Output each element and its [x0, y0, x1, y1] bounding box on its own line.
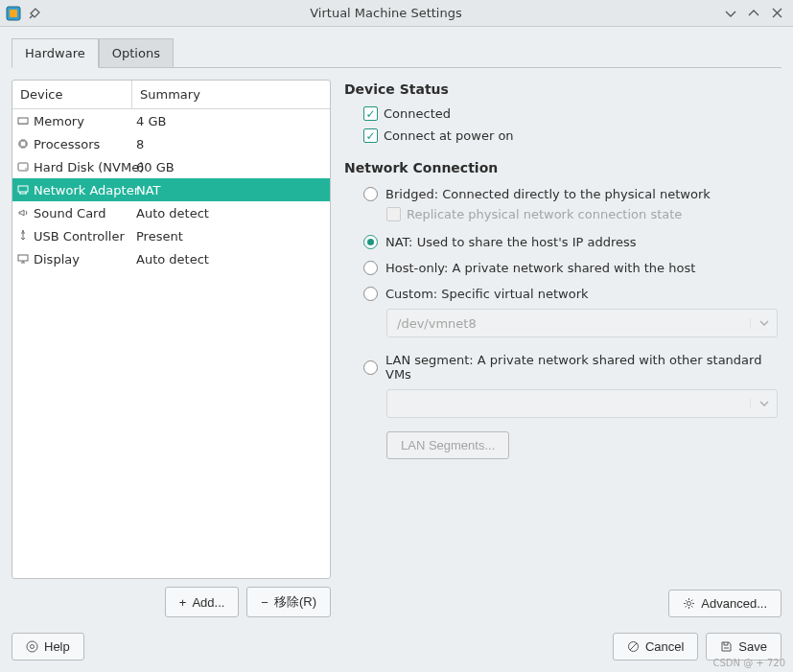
svg-rect-3 [20, 141, 26, 147]
radio-nat[interactable] [363, 235, 378, 249]
disk-icon [16, 160, 30, 174]
lan-segments-button: LAN Segments... [386, 431, 509, 459]
display-icon [16, 252, 30, 266]
radio-hostonly-label: Host-only: A private network shared with… [385, 261, 695, 275]
svg-rect-2 [18, 118, 28, 124]
connected-checkbox[interactable] [363, 106, 378, 121]
radio-custom[interactable] [363, 287, 378, 301]
table-row-processors[interactable]: Processors 8 [12, 132, 330, 155]
table-row-harddisk[interactable]: Hard Disk (NVMe) 60 GB [12, 155, 330, 178]
tab-hardware[interactable]: Hardware [12, 38, 99, 68]
save-button[interactable]: Save [706, 633, 781, 660]
tab-options[interactable]: Options [99, 38, 174, 67]
radio-nat-label: NAT: Used to share the host's IP address [385, 235, 637, 249]
minus-icon: − [261, 595, 268, 610]
table-row-memory[interactable]: Memory 4 GB [12, 109, 330, 132]
advanced-button[interactable]: Advanced... [668, 590, 781, 617]
table-row-display[interactable]: Display Auto detect [12, 247, 330, 270]
cpu-icon [16, 137, 30, 151]
help-button[interactable]: Help [12, 633, 84, 660]
connect-at-poweron-checkbox[interactable] [363, 128, 378, 143]
minimize-button[interactable] [724, 7, 737, 20]
custom-network-select: /dev/vmnet8 [386, 309, 778, 337]
save-icon [720, 640, 733, 653]
network-icon [16, 183, 30, 197]
header-summary[interactable]: Summary [132, 81, 330, 108]
table-row-network[interactable]: Network Adapter NAT [12, 178, 330, 201]
connect-at-poweron-label: Connect at power on [384, 128, 514, 143]
maximize-button[interactable] [747, 7, 760, 20]
radio-lansegment[interactable] [363, 360, 378, 375]
plus-icon: + [179, 595, 187, 610]
cancel-button[interactable]: Cancel [613, 633, 698, 660]
cancel-icon [627, 640, 640, 653]
svg-point-7 [22, 230, 24, 232]
svg-point-5 [25, 168, 26, 169]
network-connection-title: Network Connection [344, 160, 781, 175]
svg-point-9 [688, 602, 691, 606]
usb-icon [16, 229, 30, 243]
radio-lansegment-label: LAN segment: A private network shared wi… [385, 353, 781, 382]
radio-bridged[interactable] [363, 187, 378, 201]
radio-bridged-label: Bridged: Connected directly to the physi… [385, 187, 711, 201]
chevron-down-icon [750, 318, 777, 328]
chevron-down-icon [750, 399, 777, 408]
window-title: Virtual Machine Settings [48, 6, 724, 20]
connected-label: Connected [384, 106, 451, 121]
close-button[interactable] [770, 7, 783, 20]
svg-rect-4 [18, 163, 28, 171]
svg-point-10 [27, 641, 37, 652]
lan-segment-select [386, 389, 778, 418]
device-table: Device Summary Memory 4 GB Processors 8 … [12, 80, 331, 579]
svg-rect-6 [18, 186, 28, 192]
device-status-title: Device Status [344, 81, 781, 97]
svg-rect-1 [10, 10, 17, 17]
replicate-checkbox [386, 207, 401, 221]
replicate-label: Replicate physical network connection st… [407, 207, 682, 221]
table-row-sound[interactable]: Sound Card Auto detect [12, 201, 330, 224]
header-device[interactable]: Device [12, 81, 132, 108]
watermark: CSDN @ + 720 [712, 658, 785, 668]
add-device-button[interactable]: +Add... [165, 587, 240, 617]
sound-icon [16, 206, 30, 220]
svg-point-11 [31, 645, 35, 649]
svg-rect-8 [18, 255, 28, 261]
radio-custom-label: Custom: Specific virtual network [385, 287, 589, 301]
remove-device-button[interactable]: −移除(R) [246, 587, 331, 617]
help-icon [26, 640, 38, 653]
memory-icon [16, 114, 30, 127]
pin-icon[interactable] [27, 6, 42, 21]
app-icon [6, 6, 21, 21]
radio-hostonly[interactable] [363, 261, 378, 275]
table-row-usb[interactable]: USB Controller Present [12, 224, 330, 247]
gear-icon [683, 597, 695, 610]
